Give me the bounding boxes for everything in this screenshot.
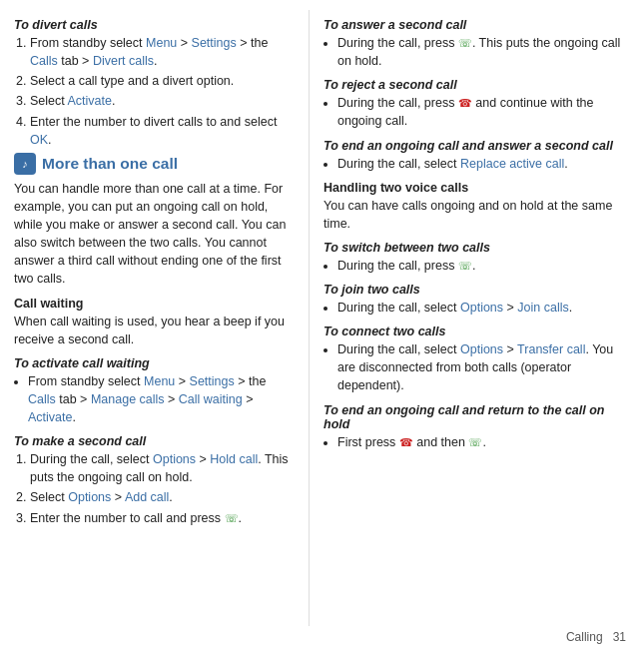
calls-link-1[interactable]: Calls (30, 54, 58, 68)
call-waiting-title: Call waiting (14, 297, 297, 311)
footer: Calling 31 (0, 626, 644, 644)
switch-title: To switch between two calls (323, 241, 632, 255)
connect-steps: During the call, select Options > Transf… (323, 340, 632, 394)
answer-second-steps: During the call, press ☏. This puts the … (323, 34, 632, 70)
divert-calls-title: To divert calls (14, 18, 297, 32)
join-step-1: During the call, select Options > Join c… (337, 299, 632, 317)
divert-calls-link[interactable]: Divert calls (93, 54, 154, 68)
divert-step-2: Select a call type and a divert option. (30, 72, 297, 90)
reject-second-step-1: During the call, press ☎ and continue wi… (337, 94, 632, 130)
section-body: You can handle more than one call at a t… (14, 180, 297, 289)
page: To divert calls From standby select Menu… (0, 0, 644, 652)
replace-active-call-link[interactable]: Replace active call (460, 157, 564, 171)
manage-calls-link[interactable]: Manage calls (91, 392, 165, 406)
menu-link-1[interactable]: Menu (146, 36, 177, 50)
end-return-step-1: First press ☎ and then ☏. (337, 433, 632, 451)
call-red-icon-2: ☎ (399, 435, 413, 451)
join-title: To join two calls (323, 283, 632, 297)
end-return-steps: First press ☎ and then ☏. (323, 433, 632, 451)
activate-link-1[interactable]: Activate (68, 94, 112, 108)
calls-link-2[interactable]: Calls (28, 392, 56, 406)
activate-link-2[interactable]: Activate (28, 410, 72, 424)
footer-page: 31 (613, 630, 626, 644)
footer-text: Calling (566, 630, 603, 644)
options-link-2[interactable]: Options (68, 490, 111, 504)
connect-step-1: During the call, select Options > Transf… (337, 340, 632, 394)
options-link-1[interactable]: Options (153, 452, 196, 466)
reject-second-steps: During the call, press ☎ and continue wi… (323, 94, 632, 130)
second-call-steps: During the call, select Options > Hold c… (14, 450, 297, 527)
add-call-link[interactable]: Add call (125, 490, 169, 504)
activate-steps: From standby select Menu > Settings > th… (14, 372, 297, 426)
divert-step-1: From standby select Menu > Settings > th… (30, 34, 297, 70)
call-green-icon-1: ☏ (225, 511, 239, 527)
call-waiting-body: When call waiting is used, you hear a be… (14, 313, 297, 348)
join-steps: During the call, select Options > Join c… (323, 299, 632, 317)
activate-step-1: From standby select Menu > Settings > th… (28, 372, 297, 426)
settings-link-1[interactable]: Settings (192, 36, 237, 50)
options-link-3[interactable]: Options (460, 301, 503, 315)
reject-second-title: To reject a second call (323, 78, 632, 92)
switch-step-1: During the call, press ☏. (337, 257, 632, 275)
section-icon: ♪ (14, 153, 36, 175)
handling-title: Handling two voice calls (323, 181, 632, 195)
more-than-one-call-title: ♪ More than one call (14, 153, 297, 175)
call-waiting-link[interactable]: Call waiting (179, 392, 243, 406)
call-red-icon-1: ☎ (458, 96, 472, 112)
end-return-title: To end an ongoing call and return to the… (323, 403, 632, 431)
hold-call-link[interactable]: Hold call (210, 452, 258, 466)
connect-title: To connect two calls (323, 325, 632, 338)
join-calls-link[interactable]: Join calls (517, 301, 568, 315)
second-call-step-2: Select Options > Add call. (30, 488, 297, 506)
divert-step-4: Enter the number to divert calls to and … (30, 113, 297, 149)
divert-step-3: Select Activate. (30, 92, 297, 110)
answer-second-title: To answer a second call (323, 18, 632, 32)
switch-steps: During the call, press ☏. (323, 257, 632, 275)
right-column: To answer a second call During the call,… (310, 10, 644, 626)
menu-link-2[interactable]: Menu (144, 374, 175, 388)
handling-body: You can have calls ongoing and on hold a… (323, 197, 632, 233)
end-ongoing-step-1: During the call, select Replace active c… (337, 155, 632, 173)
options-link-4[interactable]: Options (460, 342, 503, 356)
settings-link-2[interactable]: Settings (190, 374, 235, 388)
answer-second-step-1: During the call, press ☏. This puts the … (337, 34, 632, 70)
end-ongoing-title: To end an ongoing call and answer a seco… (323, 139, 632, 153)
call-green-icon-2: ☏ (458, 36, 472, 52)
divert-calls-steps: From standby select Menu > Settings > th… (14, 34, 297, 149)
second-call-step-1: During the call, select Options > Hold c… (30, 450, 297, 486)
ok-link[interactable]: OK (30, 133, 48, 147)
left-column: To divert calls From standby select Menu… (0, 10, 310, 626)
activate-call-waiting-title: To activate call waiting (14, 356, 297, 370)
transfer-call-link[interactable]: Transfer call (517, 342, 585, 356)
call-green-icon-4: ☏ (468, 435, 482, 451)
second-call-step-3: Enter the number to call and press ☏. (30, 509, 297, 527)
second-call-title: To make a second call (14, 434, 297, 448)
end-ongoing-steps: During the call, select Replace active c… (323, 155, 632, 173)
columns: To divert calls From standby select Menu… (0, 10, 644, 626)
call-green-icon-3: ☏ (458, 259, 472, 275)
